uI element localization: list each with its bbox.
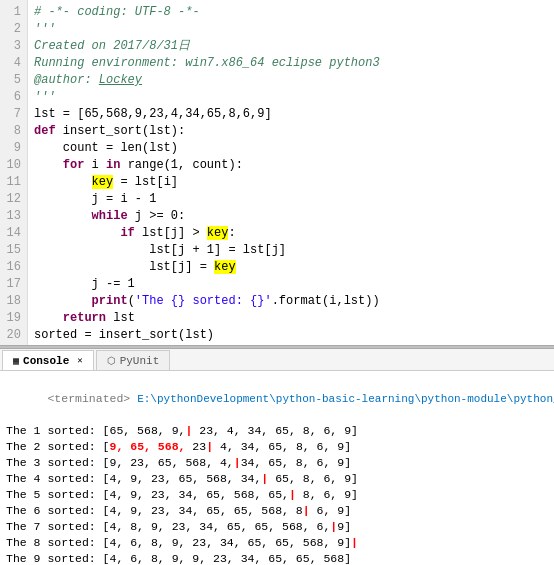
code-line-4: Running environment: win7.x86_64 eclipse… xyxy=(34,55,548,72)
console-tab-bar: ▦ Console ✕ ⬡ PyUnit xyxy=(0,349,554,371)
pyunit-icon: ⬡ xyxy=(107,355,116,367)
output-line-9: The 9 sorted: [4, 6, 8, 9, 9, 23, 34, 65… xyxy=(6,551,548,565)
code-editor[interactable]: 12345678910111213141516171819202122 # -*… xyxy=(0,0,554,345)
line-numbers: 12345678910111213141516171819202122 xyxy=(0,0,28,345)
code-line-9: count = len(lst) xyxy=(34,140,548,157)
console-path: E:\pythonDevelopment\python-basic-learni… xyxy=(137,393,554,405)
code-line-12: j = i - 1 xyxy=(34,191,548,208)
console-icon: ▦ xyxy=(13,355,19,367)
console-output[interactable]: <terminated> E:\pythonDevelopment\python… xyxy=(0,371,554,565)
code-line-6: ''' xyxy=(34,89,548,106)
code-line-8: def insert_sort(lst): xyxy=(34,123,548,140)
console-terminated: <terminated> E:\pythonDevelopment\python… xyxy=(6,375,548,423)
pyunit-tab-label: PyUnit xyxy=(120,355,160,367)
code-line-5: @author: Lockey xyxy=(34,72,548,89)
output-line-5: The 5 sorted: [4, 9, 23, 34, 65, 568, 65… xyxy=(6,487,548,503)
code-line-19: return lst xyxy=(34,310,548,327)
code-line-7: lst = [65,568,9,23,4,34,65,8,6,9] xyxy=(34,106,548,123)
tab-pyunit[interactable]: ⬡ PyUnit xyxy=(96,350,171,370)
code-line-15: lst[j + 1] = lst[j] xyxy=(34,242,548,259)
code-line-17: j -= 1 xyxy=(34,276,548,293)
output-line-1: The 1 sorted: [65, 568, 9,| 23, 4, 34, 6… xyxy=(6,423,548,439)
output-line-7: The 7 sorted: [4, 8, 9, 23, 34, 65, 65, … xyxy=(6,519,548,535)
code-line-10: for i in range(1, count): xyxy=(34,157,548,174)
code-line-1: # -*- coding: UTF-8 -*- xyxy=(34,4,548,21)
tab-console[interactable]: ▦ Console ✕ xyxy=(2,350,94,370)
output-line-8: The 8 sorted: [4, 6, 8, 9, 23, 34, 65, 6… xyxy=(6,535,548,551)
output-line-6: The 6 sorted: [4, 9, 23, 34, 65, 65, 568… xyxy=(6,503,548,519)
code-line-14: if lst[j] > key: xyxy=(34,225,548,242)
code-line-18: print('The {} sorted: {}'.format(i,lst)) xyxy=(34,293,548,310)
output-line-4: The 4 sorted: [4, 9, 23, 65, 568, 34,| 6… xyxy=(6,471,548,487)
code-content[interactable]: # -*- coding: UTF-8 -*- ''' Created on 2… xyxy=(28,0,554,345)
output-line-3: The 3 sorted: [9, 23, 65, 568, 4,|34, 65… xyxy=(6,455,548,471)
code-line-13: while j >= 0: xyxy=(34,208,548,225)
console-tab-close-icon[interactable]: ✕ xyxy=(77,355,82,366)
code-line-21: print('The sorted result is: {}'.format(… xyxy=(34,344,548,345)
code-line-2: ''' xyxy=(34,21,548,38)
console-tab-label: Console xyxy=(23,355,69,367)
code-line-16: lst[j] = key xyxy=(34,259,548,276)
code-line-11: key = lst[i] xyxy=(34,174,548,191)
console-panel[interactable]: ▦ Console ✕ ⬡ PyUnit <terminated> E:\pyt… xyxy=(0,349,554,565)
code-line-3: Created on 2017/8/31日 xyxy=(34,38,548,55)
output-line-2: The 2 sorted: [9, 65, 568, 23| 4, 34, 65… xyxy=(6,439,548,455)
code-line-20: sorted = insert_sort(lst) xyxy=(34,327,548,344)
